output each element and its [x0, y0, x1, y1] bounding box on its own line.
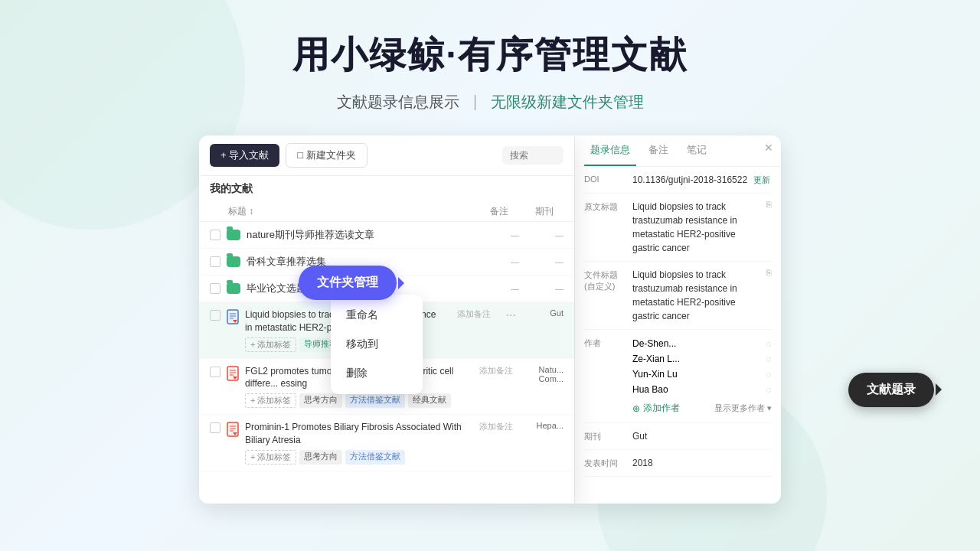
- col-title-header: 标题 ↕: [228, 205, 473, 218]
- custom-title-label: 文件标题 (自定义): [584, 268, 626, 292]
- paper-icon: [227, 366, 239, 381]
- list-item[interactable]: nature期刊导师推荐选读文章 — —: [199, 222, 574, 249]
- add-tag-button[interactable]: + 添加标签: [245, 450, 296, 465]
- paper-journal: Natu... Com...: [525, 365, 564, 383]
- author-name: De-Shen...: [632, 338, 676, 349]
- journal-row: 期刊 Gut: [584, 423, 772, 450]
- pub-date-value: 2018: [632, 456, 772, 470]
- main-title: 用小绿鲸·有序管理文献: [0, 31, 980, 80]
- paper-note[interactable]: 添加备注: [473, 365, 519, 377]
- author-name: Hua Bao: [632, 384, 668, 395]
- add-tag-button[interactable]: + 添加标签: [245, 337, 296, 352]
- author-item: Hua Bao ○: [632, 382, 772, 397]
- wenxian-tooltip: 文献题录: [848, 373, 934, 407]
- author-delete-button[interactable]: ○: [766, 337, 772, 350]
- custom-title-row: 文件标题 (自定义) Liquid biopsies to track tras…: [584, 262, 772, 330]
- doi-value: 10.1136/gutjni-2018-316522 更新: [632, 173, 772, 187]
- paper-tag[interactable]: 思考方向: [299, 450, 342, 465]
- folder-icon: [227, 256, 240, 267]
- author-name: Ze-Xian L...: [632, 354, 680, 364]
- author-delete-button[interactable]: ○: [766, 383, 772, 396]
- table-header: 标题 ↕ 备注 期刊: [199, 202, 574, 222]
- authors-row: 作者 De-Shen... ○ Ze-Xian L... ○ Yun-Xin L…: [584, 330, 772, 423]
- original-title-value: Liquid biopsies to track trastuzumab res…: [632, 200, 760, 255]
- folder-name: nature期刊导师推荐选读文章: [247, 228, 374, 242]
- paper-tag[interactable]: 方法借鉴文献: [345, 450, 405, 465]
- copy-icon[interactable]: ⎘: [766, 268, 772, 277]
- col-note-header: 备注: [476, 205, 522, 218]
- doi-label: DOI: [584, 173, 626, 184]
- tab-notes[interactable]: 备注: [642, 135, 675, 166]
- copy-icon[interactable]: ⎘: [766, 200, 772, 209]
- svg-rect-0: [227, 310, 238, 324]
- paper-tags: + 添加标签 思考方向 方法借鉴文献 经典文献: [245, 393, 467, 408]
- original-title-row: 原文标题 Liquid biopsies to track trastuzuma…: [584, 194, 772, 262]
- paper-icon: [227, 422, 239, 437]
- pub-date-label: 发表时间: [584, 456, 626, 469]
- svg-rect-5: [227, 367, 238, 380]
- more-options-button[interactable]: ···: [503, 308, 519, 322]
- paper-checkbox[interactable]: [210, 422, 220, 433]
- context-menu-delete[interactable]: 删除: [331, 359, 423, 388]
- author-item: Yun-Xin Lu ○: [632, 367, 772, 382]
- folder-checkbox[interactable]: [210, 283, 220, 294]
- toolbar: + 导入文献 □ 新建文件夹: [199, 135, 574, 176]
- author-item: De-Shen... ○: [632, 336, 772, 351]
- author-delete-button[interactable]: ○: [766, 368, 772, 380]
- sub-title-right: 无限级新建文件夹管理: [491, 92, 644, 112]
- paper-note[interactable]: 添加备注: [473, 421, 519, 432]
- paper-title: Prominin-1 Promotes Biliary Fibrosis Ass…: [245, 421, 467, 447]
- author-name: Yun-Xin Lu: [632, 369, 678, 380]
- sub-title-left: 文献题录信息展示: [337, 92, 459, 112]
- tab-notebook[interactable]: 笔记: [681, 135, 713, 166]
- paper-journal: Gut: [525, 308, 564, 318]
- custom-title-value: Liquid biopsies to track trastuzumab res…: [632, 268, 760, 323]
- add-tag-button[interactable]: + 添加标签: [245, 393, 296, 408]
- pub-date-row: 发表时间 2018: [584, 450, 772, 477]
- folder-mgmt-tooltip: 文件夹管理: [299, 266, 397, 300]
- new-folder-button[interactable]: □ 新建文件夹: [286, 143, 367, 168]
- import-button[interactable]: + 导入文献: [210, 144, 279, 167]
- context-menu-rename[interactable]: 重命名: [331, 301, 423, 330]
- context-menu-move[interactable]: 移动到: [331, 330, 423, 359]
- paper-note[interactable]: 添加备注: [451, 308, 497, 320]
- sub-divider: [475, 95, 475, 110]
- journal-value: Gut: [632, 429, 772, 443]
- paper-checkbox[interactable]: [210, 367, 220, 377]
- show-more-authors[interactable]: 显示更多作者 ▾: [714, 403, 772, 414]
- my-docs-title: 我的文献: [199, 176, 574, 202]
- detail-tabs: 题录信息 备注 笔记 ✕: [575, 135, 781, 167]
- paper-checkbox[interactable]: [210, 310, 220, 321]
- journal-label: 期刊: [584, 429, 626, 442]
- context-menu: 重命名 移动到 删除: [331, 295, 423, 394]
- original-title-label: 原文标题: [584, 200, 626, 213]
- detail-body: DOI 10.1136/gutjni-2018-316522 更新 原文标题 L…: [575, 167, 781, 504]
- add-author-button[interactable]: ⊕ 添加作者: [632, 400, 680, 416]
- folder-icon: [227, 230, 240, 240]
- tab-record-info[interactable]: 题录信息: [584, 135, 636, 166]
- paper-journal: Hepa...: [525, 421, 564, 430]
- paper-tag[interactable]: 方法借鉴文献: [345, 393, 405, 408]
- paper-content: Prominin-1 Promotes Biliary Fibrosis Ass…: [245, 421, 467, 465]
- close-button[interactable]: ✕: [764, 142, 773, 154]
- folder-icon: [227, 283, 240, 294]
- folder-checkbox[interactable]: [210, 230, 220, 240]
- paper-tags: + 添加标签 思考方向 方法借鉴文献: [245, 450, 467, 465]
- author-item: Ze-Xian L... ○: [632, 351, 772, 367]
- right-panel: 题录信息 备注 笔记 ✕ DOI 10.1136/gutjni-2018-316…: [574, 135, 781, 504]
- doi-update-button[interactable]: 更新: [753, 174, 770, 186]
- doi-text: 10.1136/gutjni-2018-316522: [632, 173, 747, 187]
- paper-tag[interactable]: 思考方向: [299, 393, 342, 408]
- table-row[interactable]: Prominin-1 Promotes Biliary Fibrosis Ass…: [199, 415, 574, 471]
- authors-label: 作者: [584, 336, 626, 349]
- svg-rect-10: [227, 422, 238, 436]
- author-delete-button[interactable]: ○: [766, 353, 772, 365]
- doi-row: DOI 10.1136/gutjni-2018-316522 更新: [584, 167, 772, 194]
- paper-tag[interactable]: 经典文献: [408, 393, 451, 408]
- folder-checkbox[interactable]: [210, 256, 220, 267]
- search-input[interactable]: [502, 146, 564, 165]
- col-journal-header: 期刊: [525, 205, 564, 218]
- paper-icon: [227, 309, 239, 324]
